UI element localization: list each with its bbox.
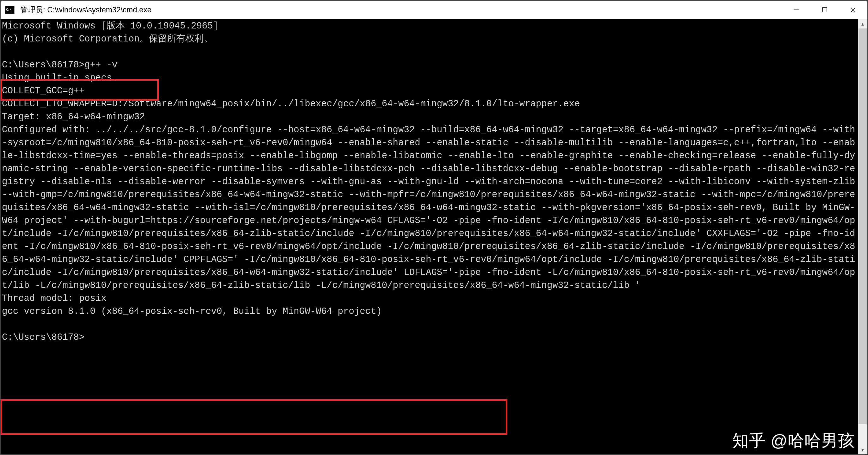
cmd-icon xyxy=(1,1,19,19)
scroll-down-button[interactable]: ▾ xyxy=(858,445,867,454)
watermark: 知乎 @哈哈男孩 xyxy=(732,430,855,452)
terminal-area[interactable]: Microsoft Windows [版本 10.0.19045.2965] (… xyxy=(1,19,867,454)
maximize-button[interactable] xyxy=(810,1,839,19)
minimize-button[interactable] xyxy=(782,1,810,19)
highlight-version xyxy=(1,399,507,435)
scroll-up-button[interactable]: ▴ xyxy=(858,19,867,28)
command-prompt-window: 管理员: C:\windows\system32\cmd.exe Microso… xyxy=(0,0,868,455)
titlebar[interactable]: 管理员: C:\windows\system32\cmd.exe xyxy=(1,1,867,19)
window-title: 管理员: C:\windows\system32\cmd.exe xyxy=(20,5,152,15)
vertical-scrollbar[interactable]: ▴ ▾ xyxy=(858,19,867,454)
close-button[interactable] xyxy=(839,1,867,19)
terminal-output: Microsoft Windows [版本 10.0.19045.2965] (… xyxy=(1,19,858,344)
scroll-thumb[interactable] xyxy=(859,28,867,424)
svg-rect-1 xyxy=(823,8,827,12)
